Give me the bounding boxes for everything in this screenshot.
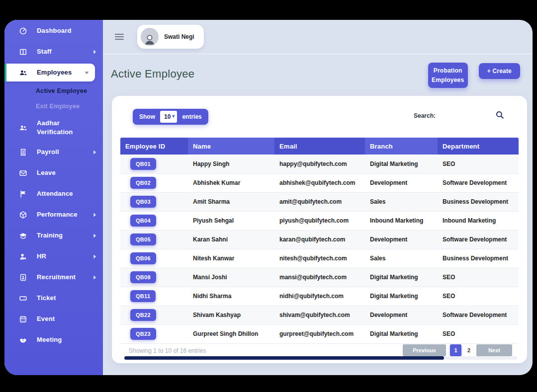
sidebar-item-employees[interactable]: Employees (4, 64, 95, 81)
chevron-right-icon (91, 234, 97, 238)
table-header: Employee IDNameEmailBranchDepartment (120, 138, 519, 155)
sidebar-item-hr[interactable]: HR (4, 246, 103, 267)
cell-email: nidhi@qubifytech.com (274, 287, 365, 306)
cell-department: SEO (438, 287, 519, 306)
chevron-down-icon: ▾ (172, 114, 175, 119)
cell-name: Nitesh Kanwar (188, 249, 274, 268)
chevron-right-icon (91, 150, 97, 155)
sidebar-item-active-employee[interactable]: Active Employee (4, 83, 103, 98)
table-info: Showing 1 to 10 of 16 entries (129, 347, 206, 354)
search-label: Search: (414, 112, 436, 119)
employee-id-badge[interactable]: QB11 (130, 290, 156, 302)
sidebar-item-staff[interactable]: Staff (4, 41, 103, 62)
sidebar-item-recruitment[interactable]: Recruitment (4, 267, 103, 288)
sidebar-item-label: Staff (37, 47, 82, 56)
chevron-right-icon (91, 275, 97, 280)
sidebar-item-meeting[interactable]: Meeting (4, 329, 103, 350)
sidebar-item-attendance[interactable]: Attendance (4, 183, 103, 204)
probation-employees-button[interactable]: Probation Employees (428, 63, 468, 88)
pagination: Previous 12 Next (403, 344, 512, 356)
employee-id-badge[interactable]: QB23 (130, 328, 156, 340)
table-row: QB02Abhishek Kumarabhishek@qubifytech.co… (120, 173, 519, 192)
chevron-right-icon (91, 213, 97, 217)
cell-email: karan@qubifytech.com (274, 230, 365, 249)
sidebar-item-ticket[interactable]: Ticket (4, 288, 103, 309)
employee-id-badge[interactable]: QB05 (130, 234, 156, 245)
sidebar-item-exit-employee[interactable]: Exit Employee (4, 98, 103, 114)
create-button[interactable]: + Create (479, 63, 520, 79)
id-badge-icon (18, 273, 27, 282)
column-header-email[interactable]: Email (274, 138, 365, 155)
column-header-name[interactable]: Name (188, 138, 274, 155)
cell-email: nitesh@qubifytech.com (274, 249, 365, 268)
cell-email: shivam@qubifytech.com (274, 306, 365, 324)
cell-department: SEO (438, 268, 519, 287)
main-area: Swati Negi Active Employee Probation Emp… (103, 20, 533, 375)
page-title: Active Employee (111, 68, 194, 80)
cell-name: Amit Sharma (188, 192, 274, 211)
cell-email: gurpreet@qubifytech.com (274, 324, 365, 343)
cell-email: amit@qubifytech.com (274, 192, 365, 211)
columns-icon (18, 47, 27, 56)
sidebar-item-label: Performance (37, 210, 82, 219)
employee-id-badge[interactable]: QB08 (130, 271, 156, 283)
cell-name: Nidhi Sharma (188, 287, 274, 306)
page-button-2[interactable]: 2 (465, 347, 472, 353)
cell-name: Karan Sahni (188, 230, 274, 249)
column-header-branch[interactable]: Branch (365, 138, 438, 155)
avatar (141, 28, 159, 46)
sidebar: DashboardStaffEmployeesActive EmployeeEx… (4, 20, 103, 375)
search-icon[interactable] (494, 109, 506, 121)
sidebar-item-performance[interactable]: Performance (4, 204, 103, 225)
sidebar-item-label: Recruitment (37, 273, 82, 282)
employee-id-badge[interactable]: QB02 (130, 177, 156, 189)
receipt-icon (18, 148, 27, 157)
employee-id-badge[interactable]: QB03 (130, 196, 156, 208)
cell-department: SEO (438, 155, 519, 173)
sidebar-item-event[interactable]: Event (4, 309, 103, 329)
sidebar-item-label: Ticket (37, 294, 97, 303)
page-button-1[interactable]: 1 (450, 344, 461, 356)
cell-name: Abhishek Kumar (188, 173, 274, 192)
cell-department: Inbound Marketing (438, 211, 519, 230)
cell-email: abhishek@qubifytech.com (274, 173, 365, 192)
chevron-right-icon (91, 254, 97, 259)
sidebar-item-leave[interactable]: Leave (4, 162, 103, 183)
sidebar-item-label: HR (37, 252, 82, 261)
flag-icon (18, 189, 27, 198)
cell-department: Software Development (438, 230, 519, 249)
table-row: QB05Karan Sahnikaran@qubifytech.comDevel… (120, 230, 519, 249)
cell-branch: Development (365, 230, 438, 249)
column-header-department[interactable]: Department (438, 138, 519, 155)
page-size-select[interactable]: 10 ▾ (160, 111, 177, 123)
employee-id-badge[interactable]: QB01 (130, 158, 156, 170)
employee-id-badge[interactable]: QB04 (130, 215, 156, 227)
sidebar-item-label: Meeting (37, 335, 97, 344)
chevron-right-icon (91, 50, 97, 54)
cell-name: Shivam Kashyap (188, 306, 274, 324)
employee-id-badge[interactable]: QB06 (130, 252, 156, 264)
cell-branch: Development (365, 173, 438, 192)
ticket-icon (18, 294, 27, 303)
column-header-employee-id[interactable]: Employee ID (120, 138, 188, 155)
search-input[interactable] (439, 109, 493, 123)
sidebar-item-aadhar-verification[interactable]: Aadhar Verification (4, 114, 103, 142)
sidebar-item-training[interactable]: Training (4, 225, 103, 246)
employee-id-badge[interactable]: QB22 (130, 309, 156, 321)
user-menu[interactable]: Swati Negi (137, 25, 204, 49)
cell-branch: Development (365, 306, 438, 324)
scrollbar-thumb[interactable] (124, 356, 444, 360)
sidebar-item-payroll[interactable]: Payroll (4, 142, 103, 162)
sidebar-item-label: Training (37, 231, 82, 240)
previous-page-button[interactable]: Previous (403, 344, 446, 356)
table-row: QB01Happy Singhhappy@qubifytech.comDigit… (120, 155, 519, 173)
hamburger-menu-icon[interactable] (115, 34, 124, 40)
sidebar-item-dashboard[interactable]: Dashboard (4, 20, 103, 41)
cell-branch: Digital Marketing (365, 155, 438, 173)
users-icon (18, 123, 27, 132)
table-row: QB03Amit Sharmaamit@qubifytech.comSalesB… (120, 192, 519, 211)
next-page-button[interactable]: Next (476, 344, 512, 356)
graduation-cap-icon (18, 231, 27, 240)
cell-email: mansi@qubifytech.com (274, 268, 365, 287)
page-header: Active Employee Probation Employees + Cr… (103, 54, 533, 96)
